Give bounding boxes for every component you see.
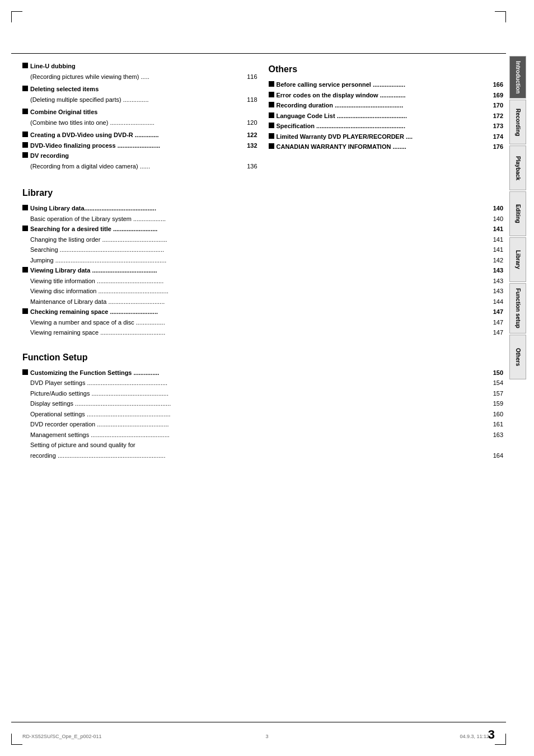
sidebar-tab-introduction[interactable]: Introduction: [509, 56, 526, 98]
bullet-icon: [22, 205, 28, 210]
toc-sub-text: (Combine two titles into one) ..........…: [30, 118, 242, 128]
toc-page: 141: [488, 235, 503, 245]
toc-page: 122: [242, 130, 257, 140]
toc-entry-customizing: Customizing the Function Settings ......…: [22, 368, 503, 378]
toc-title: Searching for a desired title ..........…: [30, 224, 488, 234]
toc-title: Specification ..........................…: [277, 121, 488, 131]
bullet-icon: [269, 102, 274, 107]
toc-entry-finalizing: DVD-Video finalizing process ...........…: [22, 141, 257, 151]
toc-sub-viewing-disc-info: Viewing disc information ...............…: [30, 287, 503, 296]
sidebar-tab-playback[interactable]: Playback: [509, 145, 526, 190]
toc-sub-recording: recording ..............................…: [30, 451, 503, 461]
toc-entry-before-calling: Before calling service personnel .......…: [269, 80, 504, 90]
library-heading: Library: [22, 188, 503, 198]
toc-sub-display-settings: Display settings .......................…: [30, 399, 503, 408]
bullet-icon: [22, 63, 28, 68]
toc-sub-text: Viewing disc information ...............…: [30, 287, 488, 296]
toc-page: 118: [242, 95, 257, 105]
toc-page: 163: [488, 430, 503, 440]
toc-page: 160: [488, 410, 503, 419]
toc-sub-dvd-player-settings: DVD Player settings ....................…: [30, 378, 503, 388]
toc-sub-text: Basic operation of the Library system ..…: [30, 214, 488, 224]
toc-sub-management-settings: Management settings ....................…: [30, 430, 503, 440]
toc-sub-text: Changing the listing order .............…: [30, 235, 488, 245]
bullet-icon: [22, 226, 28, 231]
toc-sub-dvd-recorder-operation: DVD recorder operation .................…: [30, 420, 503, 429]
others-heading: Others: [269, 64, 504, 74]
toc-title: DVD-Video finalizing process ...........…: [30, 141, 242, 151]
toc-title: Creating a DVD-Video using DVD-R .......…: [30, 130, 242, 140]
toc-title: Combine Original titles: [30, 107, 257, 117]
bullet-icon: [269, 112, 274, 118]
toc-sub-text: Searching ..............................…: [30, 245, 488, 255]
footer-right: 04.9.3, 11:12: [460, 734, 489, 739]
toc-sub-text: Viewing title information ..............…: [30, 276, 488, 286]
toc-sub-jumping: Jumping ................................…: [30, 256, 503, 265]
toc-sub-viewing-number: Viewing a number and space of a disc ...…: [30, 318, 503, 327]
toc-sub-basic-operation: Basic operation of the Library system ..…: [30, 214, 503, 224]
sidebar-tab-editing[interactable]: Editing: [509, 191, 526, 236]
toc-sub-text: (Deleting multiple specified parts) ....…: [30, 95, 242, 105]
toc-sub-text: Picture/Audio settings .................…: [30, 389, 488, 398]
toc-page: 147: [488, 307, 503, 317]
toc-page: 154: [488, 378, 503, 388]
toc-sub-text: (Recording pictures while viewing them) …: [30, 72, 242, 82]
toc-sub-maintenance: Maintenance of Library data ............…: [30, 297, 503, 307]
toc-entry-using-library: Using Library data......................…: [22, 204, 503, 213]
toc-title: Error codes on the display window ......…: [277, 91, 488, 100]
toc-sub-text: DVD recorder operation .................…: [30, 420, 488, 429]
toc-entry-specification: Specification ..........................…: [269, 121, 504, 131]
toc-title: Viewing Library data ...................…: [30, 266, 488, 275]
toc-page: 176: [488, 142, 503, 152]
toc-page: 157: [488, 389, 503, 398]
toc-sub-text: (Recording from a digital video camera) …: [30, 162, 242, 171]
bullet-icon: [269, 81, 274, 87]
toc-sub-dv: (Recording from a digital video camera) …: [30, 162, 257, 171]
bullet-icon: [22, 308, 28, 314]
toc-sub-combine: (Combine two titles into one) ..........…: [30, 118, 257, 128]
bullet-icon: [269, 92, 274, 97]
toc-page: 166: [488, 80, 503, 90]
footer-left: RD-XS52SU/SC_Ope_E_p002-011: [22, 734, 102, 739]
toc-title: CANADIAN WARRANTY INFORMATION ........: [277, 142, 488, 152]
bullet-icon: [22, 132, 28, 137]
toc-page: 143: [488, 287, 503, 296]
bullet-icon: [269, 123, 274, 128]
toc-page: 141: [488, 224, 503, 234]
toc-page: 172: [488, 111, 503, 121]
toc-title: Using Library data......................…: [30, 204, 488, 213]
toc-title: Language Code List .....................…: [277, 111, 488, 121]
function-setup-heading: Function Setup: [22, 353, 503, 363]
sidebar-tab-function-setup[interactable]: Function setup: [509, 283, 526, 334]
toc-title: Deleting selected items: [30, 84, 257, 94]
toc-entry-deleting: Deleting selected items: [22, 84, 257, 94]
bullet-icon: [269, 133, 274, 139]
toc-entry-error-codes: Error codes on the display window ......…: [269, 91, 504, 100]
toc-title: DV recording: [30, 151, 257, 161]
toc-sub-text: Viewing a number and space of a disc ...…: [30, 318, 488, 327]
toc-page: 161: [488, 420, 503, 429]
corner-mark-bl: [11, 734, 22, 745]
toc-title: Customizing the Function Settings ......…: [30, 368, 488, 378]
toc-page: 141: [488, 245, 503, 255]
sidebar-tab-others[interactable]: Others: [509, 335, 526, 379]
bullet-icon: [22, 369, 28, 375]
sidebar-tab-recording[interactable]: Recording: [509, 100, 526, 144]
toc-page: 120: [242, 118, 257, 128]
toc-sub-text: Setting of picture and sound quality for: [30, 440, 503, 450]
toc-entry-searching-title: Searching for a desired title ..........…: [22, 224, 503, 234]
bullet-icon: [22, 142, 28, 148]
sidebar-tab-library[interactable]: Library: [509, 237, 526, 282]
toc-page: 169: [488, 91, 503, 100]
toc-page: 174: [488, 132, 503, 142]
toc-page: 143: [488, 276, 503, 286]
toc-page: 140: [488, 214, 503, 224]
toc-entry-canadian-warranty: CANADIAN WARRANTY INFORMATION ........ 1…: [269, 142, 504, 152]
toc-sub-text: DVD Player settings ....................…: [30, 378, 488, 388]
toc-page: 116: [242, 72, 257, 82]
library-section: Library Using Library data..............…: [22, 185, 503, 339]
toc-entry-recording-duration: Recording duration .....................…: [269, 101, 504, 110]
sidebar: Introduction Recording Playback Editing …: [509, 56, 534, 379]
toc-entry-dvd-video: Creating a DVD-Video using DVD-R .......…: [22, 130, 257, 140]
toc-entry-viewing-library: Viewing Library data ...................…: [22, 266, 503, 275]
